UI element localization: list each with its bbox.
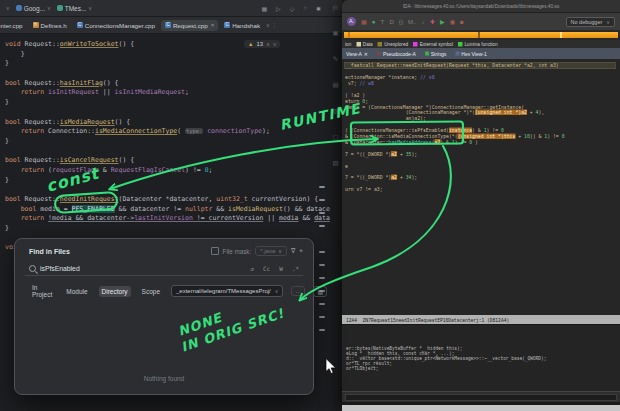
run-config-selector[interactable]: TMes... ∨ xyxy=(57,5,92,12)
tab-more-icon[interactable]: ⋮ xyxy=(272,22,277,28)
pseudocode-pane[interactable]: __fastcall Request::needInitRequest(Requ… xyxy=(342,59,620,315)
chevron-down-icon: ∨ xyxy=(606,19,610,25)
address-status-text: 12A4 _ZN7Request15needInitRequestEP10Dat… xyxy=(346,317,509,323)
legend-swatch xyxy=(378,42,383,47)
console-input[interactable] xyxy=(345,394,617,401)
chevron-down-icon: ∨ xyxy=(47,5,51,11)
prev-issue-icon[interactable]: ∧ xyxy=(266,41,270,47)
search-query: isPfsEnabled xyxy=(40,265,80,272)
ida-tab-bar: View-A ✕ Pseudocode-A Strings Hex View-1 xyxy=(342,48,620,59)
tab-label: Handshak xyxy=(232,22,260,29)
ai-assistant-icon[interactable]: ✎ xyxy=(333,55,338,63)
tab-strings[interactable]: Strings xyxy=(425,51,447,57)
run-config-label: TMes... xyxy=(65,5,87,12)
whole-words-toggle[interactable]: W xyxy=(279,265,283,272)
code-line: } xyxy=(5,59,330,69)
scope-in-project[interactable]: In Project xyxy=(29,282,55,300)
struct-view-icon[interactable]: {} xyxy=(399,18,403,25)
scope-selector: In Project Module Directory Scope _exter… xyxy=(29,282,303,300)
close-icon[interactable]: × xyxy=(211,22,215,28)
bookmarks-icon[interactable]: ▥ xyxy=(332,107,338,115)
directory-combo[interactable]: _external/telegram/TMessagesProj/ ∨ xyxy=(171,285,283,297)
settings-icon[interactable]: ✱ xyxy=(316,5,321,12)
chevron-down-icon[interactable]: ∨ xyxy=(6,5,10,11)
ida-title-bar[interactable]: IDA - libtmessages.40.so /Users/itaysand… xyxy=(342,0,620,13)
ida-address-bar: 12A4 _ZN7Request15needInitRequestEP10Dat… xyxy=(342,315,620,324)
run-config-icon xyxy=(57,5,63,11)
scope-scope[interactable]: Scope xyxy=(139,286,163,297)
output-window[interactable]: er::bytes(NativeByteBuffer *__hidden thi… xyxy=(342,324,620,391)
save-icon[interactable]: ▦ xyxy=(361,18,367,25)
scrollbar-mark xyxy=(319,316,325,318)
navigation-band[interactable] xyxy=(342,30,620,40)
header-file-icon: h xyxy=(33,22,39,28)
search-input[interactable]: isPfsEnabled ↺ Cc W .* xyxy=(25,262,303,276)
jump-icon[interactable]: ↓ xyxy=(422,18,425,25)
match-case-toggle[interactable]: Cc xyxy=(263,265,270,272)
debugger-selector[interactable]: No debugger ∨ xyxy=(566,17,615,27)
open-in-editor-button[interactable]: ▥ xyxy=(313,286,327,297)
chevron-down-icon: ∨ xyxy=(278,248,282,254)
text-view-icon[interactable]: T xyxy=(381,18,385,25)
chevron-down-icon: ∨ xyxy=(275,288,279,294)
code-line xyxy=(5,69,330,79)
names-icon[interactable]: M.. xyxy=(408,18,417,25)
code-line: bool Request::hasInitFlag() { xyxy=(5,79,330,89)
problems-icon[interactable]: ▢ xyxy=(332,133,338,141)
search-icon[interactable]: ○ xyxy=(303,5,307,12)
tool-window-strip: ◎ ▣ ✎ ▤ ▥ ▢ ▧ xyxy=(329,0,342,411)
history-icon[interactable]: ↺ xyxy=(250,265,254,272)
pin-icon[interactable]: ⌖ xyxy=(299,247,303,255)
next-issue-icon[interactable]: ∨ xyxy=(273,41,277,47)
close-icon[interactable]: ✕ xyxy=(364,51,368,57)
file-mask-label: File mask: xyxy=(223,248,252,255)
tab-datacenter-cpp[interactable]: center.cpp xyxy=(0,20,27,31)
strings-icon xyxy=(425,52,429,56)
debug-icon[interactable]: ◇ xyxy=(290,5,295,12)
notifications-icon[interactable]: ▣ xyxy=(332,29,338,37)
tab-hex-view[interactable]: Hex View-1 xyxy=(455,51,486,57)
record-icon[interactable]: ◎ xyxy=(333,3,339,11)
tab-connectionsmanager-cpp[interactable]: C ConnectionsManager.cpp xyxy=(73,20,159,31)
structure-icon[interactable]: ▤ xyxy=(332,81,338,89)
build-icon[interactable]: ▦ xyxy=(261,5,267,12)
color-legend: ion Data Unexplored External symbol Lumi… xyxy=(342,40,620,48)
project-selector[interactable]: Goog... ∨ xyxy=(16,5,51,12)
empty-results-text: Nothing found xyxy=(15,375,313,382)
file-mask-checkbox[interactable] xyxy=(211,247,219,255)
screenshot-root: ∨ Goog... ∨ TMes... ∨ ▦ ▷ ◇ ○ ✱ ⋮ xyxy=(0,0,620,411)
browse-button[interactable]: … xyxy=(291,286,305,296)
tab-defines-h[interactable]: h Defines.h xyxy=(29,20,71,31)
ida-window: IDA - libtmessages.40.so /Users/itaysand… xyxy=(342,0,620,411)
scrollbar-mark xyxy=(319,186,325,188)
terminal-icon[interactable]: ▧ xyxy=(332,159,338,167)
run-icon[interactable]: ▷ xyxy=(276,5,281,12)
nav-tick xyxy=(478,32,480,38)
stop-process-icon[interactable]: ■ xyxy=(460,18,464,25)
code-line: } xyxy=(5,98,330,108)
cpp-file-icon: C xyxy=(224,22,230,28)
tab-handshake[interactable]: C Handshak xyxy=(220,20,264,31)
start-process-icon[interactable]: ▶ xyxy=(440,18,445,25)
code-line: bool Request::needInitRequest(Datacenter… xyxy=(5,195,330,205)
code-line: return (requestFlags & RequestFlagIsCanc… xyxy=(5,166,330,176)
pause-process-icon[interactable]: ◉ xyxy=(450,18,455,25)
code-line: } xyxy=(5,137,330,147)
regex-toggle[interactable]: .* xyxy=(292,265,299,272)
code-line: urn v7 != a3; xyxy=(345,186,620,192)
data-view-icon[interactable]: D xyxy=(389,18,393,25)
tab-view-a[interactable]: View-A ✕ xyxy=(346,51,368,57)
tab-overflow-chevron-icon[interactable]: ∨ xyxy=(266,22,270,28)
debugger-label: No debugger xyxy=(571,19,603,25)
file-mask-combo[interactable]: *.java ∨ xyxy=(255,246,287,256)
run-analysis-icon[interactable]: ● xyxy=(372,18,376,25)
nav-tick xyxy=(560,32,562,38)
code-line: } xyxy=(5,176,330,186)
inspections-widget[interactable]: ▲ 13 ∧ ∨ xyxy=(244,40,280,48)
breakpoint-icon[interactable]: ✚ xyxy=(430,18,435,25)
tab-pseudocode-a[interactable]: Pseudocode-A xyxy=(377,51,416,57)
filter-icon[interactable]: ∇ xyxy=(291,247,295,255)
scope-directory[interactable]: Directory xyxy=(99,286,131,297)
tab-request-cpp[interactable]: C Request.cpp × xyxy=(161,20,218,31)
scope-module[interactable]: Module xyxy=(63,286,90,297)
